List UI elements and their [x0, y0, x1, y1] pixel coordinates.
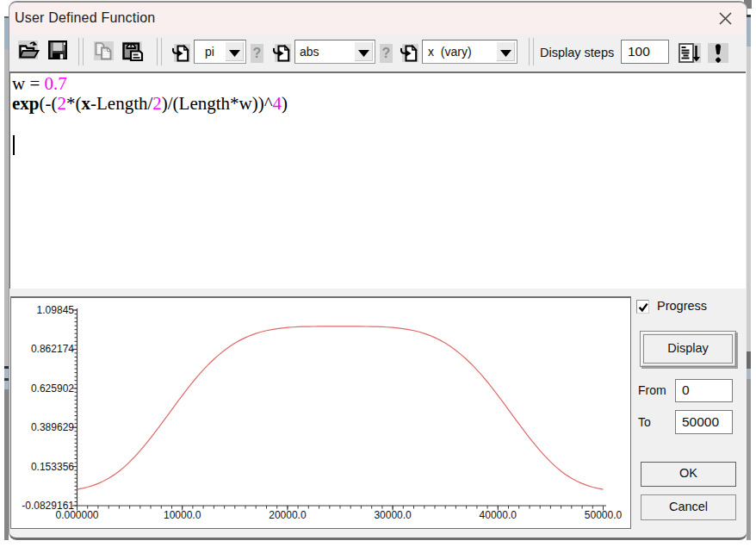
svg-text:0.389629: 0.389629: [31, 421, 74, 433]
svg-text:1.09845: 1.09845: [37, 304, 75, 316]
svg-text:30000.0: 30000.0: [374, 509, 412, 521]
svg-text:20000.0: 20000.0: [269, 509, 307, 521]
svg-text:0.000000: 0.000000: [55, 509, 98, 521]
svg-text:40000.0: 40000.0: [480, 509, 517, 521]
svg-text:0.153356: 0.153356: [31, 461, 74, 473]
svg-text:50000.0: 50000.0: [585, 509, 623, 521]
svg-text:0.862174: 0.862174: [31, 343, 74, 355]
svg-text:0.625902: 0.625902: [31, 382, 74, 395]
svg-text:10000.0: 10000.0: [164, 509, 201, 521]
